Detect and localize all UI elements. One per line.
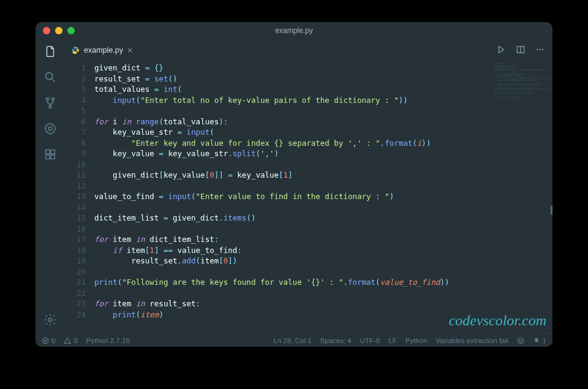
editor-group: example.py × 1234567891011121314151 xyxy=(65,39,552,333)
svg-point-0 xyxy=(46,73,53,80)
code-editor[interactable]: 123456789101112131415161718192021222324 … xyxy=(65,60,552,333)
split-editor-icon[interactable] xyxy=(516,45,526,55)
run-icon[interactable] xyxy=(496,45,506,55)
more-actions-icon[interactable] xyxy=(535,45,545,55)
window-controls xyxy=(43,27,75,34)
titlebar[interactable]: example.py xyxy=(36,22,552,39)
status-eol[interactable]: LF xyxy=(388,337,396,344)
explorer-icon[interactable] xyxy=(43,44,58,59)
status-python-version[interactable]: Python 2.7.15 xyxy=(86,337,130,344)
svg-rect-7 xyxy=(46,155,50,159)
svg-point-9 xyxy=(48,318,52,322)
status-language[interactable]: Python xyxy=(405,337,428,344)
maximize-window-button[interactable] xyxy=(67,27,75,34)
search-icon[interactable] xyxy=(43,70,58,85)
svg-rect-5 xyxy=(46,150,50,154)
tab-example-py[interactable]: example.py × xyxy=(65,39,138,60)
settings-gear-icon[interactable] xyxy=(43,312,58,327)
source-control-icon[interactable] xyxy=(43,96,58,110)
editor-actions xyxy=(496,39,552,60)
line-number-gutter: 123456789101112131415161718192021222324 xyxy=(65,60,94,333)
svg-point-17 xyxy=(518,338,523,343)
warning-icon xyxy=(64,337,71,344)
extensions-icon[interactable] xyxy=(43,147,58,162)
status-encoding[interactable]: UTF-8 xyxy=(360,337,380,344)
editor-window: example.py xyxy=(36,22,552,347)
svg-point-19 xyxy=(521,339,522,340)
svg-point-18 xyxy=(519,339,519,340)
scroll-indicator[interactable] xyxy=(551,206,552,214)
svg-rect-6 xyxy=(51,150,55,154)
python-icon xyxy=(71,46,80,55)
svg-point-10 xyxy=(74,47,75,48)
code-content[interactable]: given_dict = {}result_set = set()total_v… xyxy=(94,60,552,333)
debug-icon[interactable] xyxy=(43,121,58,136)
status-indentation[interactable]: Spaces: 4 xyxy=(320,337,352,344)
svg-point-3 xyxy=(49,105,51,108)
tab-label: example.py xyxy=(84,46,123,55)
tab-bar: example.py × xyxy=(65,39,552,60)
svg-rect-8 xyxy=(51,155,55,159)
activity-bar xyxy=(36,39,65,333)
svg-point-2 xyxy=(52,98,55,100)
minimize-window-button[interactable] xyxy=(55,27,62,34)
error-icon xyxy=(42,337,49,344)
svg-point-1 xyxy=(46,98,48,100)
status-cursor-position[interactable]: Ln 28, Col 1 xyxy=(274,337,312,344)
status-notifications[interactable]: 1 xyxy=(533,337,546,344)
bell-icon xyxy=(533,337,540,344)
status-analysis[interactable]: Variables extraction fail xyxy=(436,337,508,344)
svg-point-11 xyxy=(76,52,77,53)
status-warnings[interactable]: 0 xyxy=(64,337,77,344)
close-window-button[interactable] xyxy=(43,27,50,34)
close-tab-icon[interactable]: × xyxy=(127,46,132,55)
status-bar: 0 0 Python 2.7.15 Ln 28, Col 1 Spaces: 4… xyxy=(36,333,552,347)
svg-point-13 xyxy=(537,49,538,50)
window-body: example.py × 1234567891011121314151 xyxy=(36,39,552,333)
svg-point-14 xyxy=(540,49,541,50)
smiley-icon xyxy=(517,337,524,344)
window-title: example.py xyxy=(36,26,552,35)
svg-point-15 xyxy=(542,49,543,50)
status-feedback[interactable] xyxy=(517,337,524,344)
status-errors[interactable]: 0 xyxy=(42,337,55,344)
